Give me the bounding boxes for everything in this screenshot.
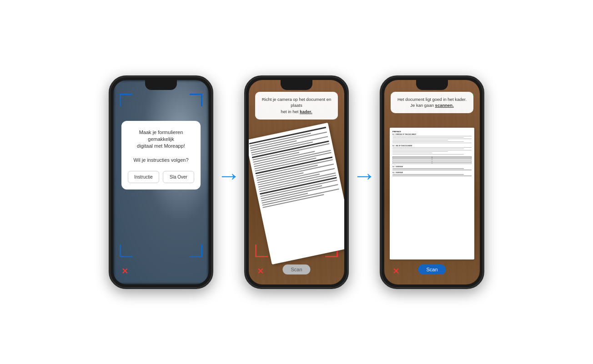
phone-3: Het document ligt goed in het kader. Je … (380, 75, 484, 289)
arrow-1: → (217, 164, 241, 187)
info-box-3: Het document ligt goed in het kader. Je … (391, 92, 473, 114)
phone-2-inner: Richt je camera op het document en plaat… (249, 80, 344, 284)
mini-line (392, 174, 464, 175)
mini-line (392, 149, 464, 150)
phone-2: Richt je camera op het document en plaat… (244, 75, 349, 289)
phone-3-screen: Het document ligt goed in het kader. Je … (384, 80, 480, 284)
mini-line (392, 175, 472, 176)
scan-button-2[interactable]: Scan (282, 264, 310, 274)
mini-line (392, 136, 472, 137)
bracket-bottom-left-red (255, 244, 268, 257)
doc-lines (249, 122, 343, 213)
bracket-bottom-left-blue (120, 244, 132, 257)
bracket-top-left-blue (120, 94, 132, 106)
mini-line (392, 150, 472, 151)
mini-line (392, 151, 448, 152)
phone-1-inner: Maak je formulieren gemakkelijk digitaal… (113, 80, 209, 284)
bracket-top-right-blue (190, 94, 202, 106)
phone-3-inner: Het document ligt goed in het kader. Je … (384, 80, 480, 284)
sla-over-button[interactable]: Sla Over (163, 171, 194, 183)
mini-line (392, 154, 464, 155)
arrow-2: → (352, 164, 376, 187)
dialog-box: Maak je formulieren gemakkelijk digitaal… (121, 121, 201, 190)
dialog-buttons: Instructie Sla Over (128, 171, 194, 183)
mini-line (392, 140, 448, 141)
info-box-2: Richt je camera op het document en plaat… (255, 92, 338, 120)
phone-1-screen: Maak je formulieren gemakkelijk digitaal… (113, 80, 209, 284)
mini-line (392, 139, 472, 140)
phone-1-wrapper: Maak je formulieren gemakkelijk digitaal… (109, 75, 213, 289)
close-button-3[interactable]: ✕ (392, 266, 399, 276)
close-button-2[interactable]: ✕ (257, 266, 264, 276)
main-scene: Maak je formulieren gemakkelijk digitaal… (0, 0, 593, 364)
mini-line (392, 137, 464, 138)
mini-line (392, 170, 472, 170)
mini-line (392, 147, 472, 148)
instructie-button[interactable]: Instructie (128, 171, 159, 183)
phone-3-wrapper: Het document ligt goed in het kader. Je … (380, 75, 484, 289)
mini-line (392, 143, 472, 144)
notch-1 (145, 80, 177, 90)
bracket-bottom-right-blue (190, 244, 202, 257)
close-button-1[interactable]: ✕ (121, 266, 128, 276)
phone-1: Maak je formulieren gemakkelijk digitaal… (109, 75, 213, 289)
dialog-text: Maak je formulieren gemakkelijk digitaal… (128, 129, 194, 164)
mini-line (392, 168, 464, 169)
scan-button-3[interactable]: Scan (418, 264, 446, 274)
notch-3 (416, 80, 448, 90)
mini-line (392, 153, 432, 154)
phone-2-wrapper: Richt je camera op het document en plaat… (244, 75, 349, 289)
phone-2-screen: Richt je camera op het document en plaat… (249, 80, 344, 284)
document-straight: PREFACE 0.1 PURPOSE OF THIS DOCUMENT 0.2… (390, 128, 474, 259)
notch-2 (281, 80, 312, 90)
mini-line (392, 141, 464, 142)
